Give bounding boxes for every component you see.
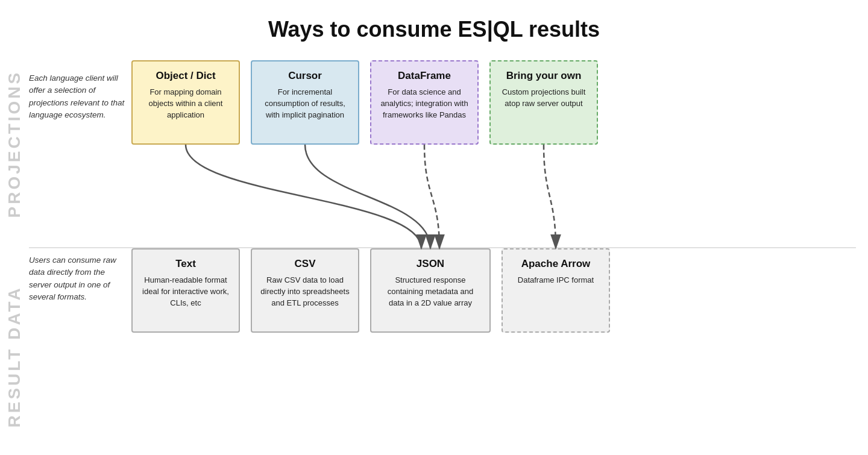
projection-boxes: Object / Dict For mapping domain objects… [131,60,856,145]
box-object-dict-title: Object / Dict [141,70,230,82]
page-title: Ways to consume ES|QL results [0,0,868,54]
side-labels: PROJECTIONS RESULT DATA [0,54,29,449]
result-data-description: Users can consume raw data directly from… [29,248,131,303]
box-dataframe: DataFrame For data science and analytics… [370,60,479,145]
box-json-desc: Structured response containing metadata … [380,275,481,309]
content-area: Each language client will offer a select… [29,54,868,449]
box-json-title: JSON [380,258,481,270]
box-apache-arrow-desc: Dataframe IPC format [511,275,600,286]
result-data-row: Users can consume raw data directly from… [29,248,868,393]
box-bring-your-own-title: Bring your own [499,70,588,82]
box-dataframe-desc: For data science and analytics; integrat… [380,87,469,121]
box-object-dict: Object / Dict For mapping domain objects… [131,60,240,145]
box-csv: CSV Raw CSV data to load directly into s… [251,248,359,333]
box-json: JSON Structured response containing meta… [370,248,491,333]
main-area: PROJECTIONS RESULT DATA Each language cl… [0,54,868,449]
box-csv-title: CSV [260,258,350,270]
box-text: Text Human-readable format ideal for int… [131,248,240,333]
box-cursor: Cursor For incremental consumption of re… [251,60,359,145]
box-cursor-title: Cursor [260,70,350,82]
box-bring-your-own-desc: Custom projections built atop raw server… [499,87,588,110]
result-data-label: RESULT DATA [5,252,24,450]
projections-row: Each language client will offer a select… [29,54,868,247]
box-cursor-desc: For incremental consumption of results, … [260,87,350,121]
box-text-title: Text [141,258,230,270]
box-text-desc: Human-readable format ideal for interact… [141,275,230,309]
projections-label: PROJECTIONS [5,54,24,252]
box-dataframe-title: DataFrame [380,70,469,82]
result-boxes: Text Human-readable format ideal for int… [131,248,856,333]
box-bring-your-own: Bring your own Custom projections built … [489,60,598,145]
box-apache-arrow: Apache Arrow Dataframe IPC format [502,248,610,333]
box-object-dict-desc: For mapping domain objects within a clie… [141,87,230,121]
rows-wrapper: Each language client will offer a select… [29,54,868,449]
box-csv-desc: Raw CSV data to load directly into sprea… [260,275,350,309]
box-apache-arrow-title: Apache Arrow [511,258,600,270]
projections-description: Each language client will offer a select… [29,60,131,121]
